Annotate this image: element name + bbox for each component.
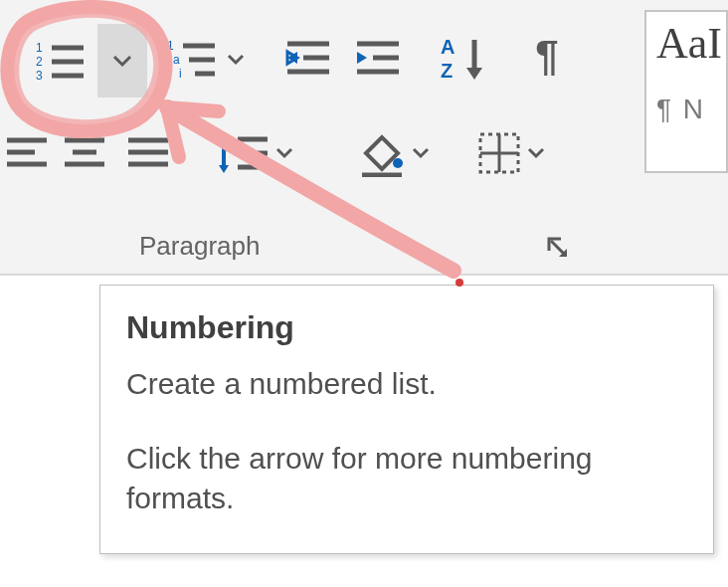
chevron-down-icon [527, 147, 545, 159]
style-sample-secondary: ¶ N [656, 94, 718, 125]
chevron-down-icon [412, 147, 430, 159]
chevron-down-icon [275, 147, 293, 159]
tooltip-body-2: Click the arrow for more numbering forma… [126, 439, 687, 519]
svg-text:2: 2 [36, 55, 43, 69]
svg-marker-20 [357, 52, 367, 64]
svg-line-45 [551, 241, 565, 255]
numbering-button[interactable]: 1 2 3 [24, 24, 97, 98]
align-left-icon [5, 136, 49, 172]
svg-text:a: a [173, 53, 180, 67]
multilevel-list-icon: 1 a i [167, 38, 221, 82]
sort-button[interactable]: A Z [436, 28, 495, 88]
decrease-indent-button[interactable] [280, 30, 336, 86]
chevron-down-icon [227, 54, 245, 66]
align-justify-button[interactable] [121, 127, 175, 181]
decrease-indent-icon [285, 38, 331, 78]
svg-text:i: i [179, 67, 182, 81]
svg-marker-39 [219, 165, 229, 173]
chevron-down-icon [112, 54, 132, 68]
tooltip-body-1: Create a numbered list. [126, 364, 687, 405]
style-gallery-preview[interactable]: AaI ¶ N [644, 10, 728, 173]
numbering-dropdown[interactable] [97, 24, 147, 98]
numbering-icon: 1 2 3 [36, 40, 86, 82]
line-spacing-button[interactable] [209, 125, 300, 181]
svg-marker-38 [219, 133, 229, 141]
borders-icon [477, 131, 521, 175]
dialog-launcher-icon [545, 235, 573, 263]
svg-text:3: 3 [36, 69, 43, 82]
group-label-paragraph: Paragraph [139, 231, 260, 262]
multilevel-list-button[interactable]: 1 a i [161, 30, 251, 90]
tooltip-title: Numbering [126, 309, 687, 346]
align-center-icon [63, 136, 106, 172]
numbering-split-button[interactable]: 1 2 3 [24, 24, 147, 98]
align-center-button[interactable] [58, 127, 111, 181]
pilcrow-icon: ¶ [535, 32, 558, 80]
svg-text:1: 1 [36, 41, 43, 55]
svg-marker-24 [466, 68, 482, 80]
style-sample-text: AaI [656, 22, 718, 66]
shading-button[interactable] [346, 123, 442, 183]
tooltip-numbering: Numbering Create a numbered list. Click … [99, 285, 714, 554]
paragraph-dialog-launcher[interactable] [545, 235, 573, 263]
increase-indent-icon [355, 38, 401, 78]
borders-button[interactable] [463, 123, 559, 183]
show-hide-marks-button[interactable]: ¶ [519, 28, 575, 84]
svg-text:1: 1 [167, 39, 174, 53]
line-spacing-icon [216, 131, 270, 175]
svg-text:Z: Z [441, 60, 453, 82]
align-left-button[interactable] [0, 127, 54, 181]
align-justify-icon [126, 136, 170, 172]
svg-point-40 [393, 158, 403, 168]
increase-indent-button[interactable] [350, 30, 406, 86]
shading-bucket-icon [358, 129, 406, 177]
sort-az-icon: A Z [441, 34, 490, 82]
ribbon-paragraph-group: 1 2 3 1 a i [0, 0, 728, 276]
svg-text:A: A [441, 36, 455, 58]
